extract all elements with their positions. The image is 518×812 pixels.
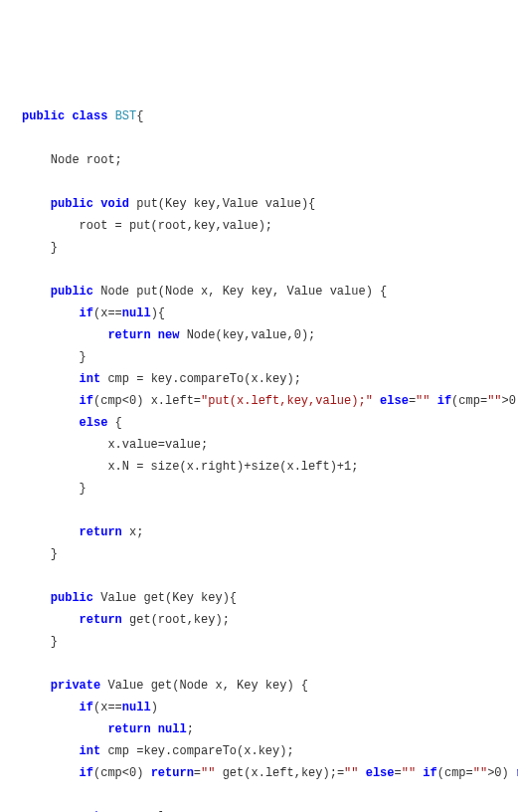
line: public void put(Key key,Value value){ xyxy=(22,197,315,211)
line: if(cmp<0) return="" get(x.left,key);="" … xyxy=(22,766,518,780)
line: } xyxy=(22,350,86,364)
line: } xyxy=(22,482,86,496)
line: root = put(root,key,value); xyxy=(22,219,272,233)
line: } xyxy=(22,635,58,649)
line: public Value get(Key key){ xyxy=(22,591,237,605)
line: public class BST{ xyxy=(22,109,143,123)
line: int cmp = key.compareTo(x.key); xyxy=(22,372,301,386)
code-block: public class BST{ Node root; public void… xyxy=(22,105,496,812)
line: if(cmp<0) x.left="put(x.left,key,value);… xyxy=(22,394,518,408)
line: return x; xyxy=(22,525,143,539)
line: if(x==null){ xyxy=(22,306,165,320)
line: } xyxy=(22,241,58,255)
line: return null; xyxy=(22,722,194,736)
line: x.value=value; xyxy=(22,438,208,452)
line: private Value get(Node x, Key key) { xyxy=(22,679,308,693)
line: public Node put(Node x, Key key, Value v… xyxy=(22,285,387,299)
line: } xyxy=(22,547,58,561)
line: if(x==null) xyxy=(22,701,158,714)
line: else { xyxy=(22,416,122,430)
line: int cmp =key.compareTo(x.key); xyxy=(22,744,294,758)
line: Node root; xyxy=(22,153,122,167)
line: x.N = size(x.right)+size(x.left)+1; xyxy=(22,460,358,474)
line: return new Node(key,value,0); xyxy=(22,328,315,342)
line: return get(root,key); xyxy=(22,613,230,627)
